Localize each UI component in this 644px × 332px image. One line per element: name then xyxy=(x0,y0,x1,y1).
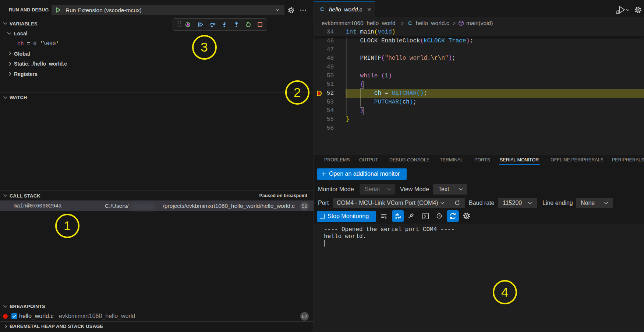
svg-text:c: c xyxy=(395,216,397,220)
